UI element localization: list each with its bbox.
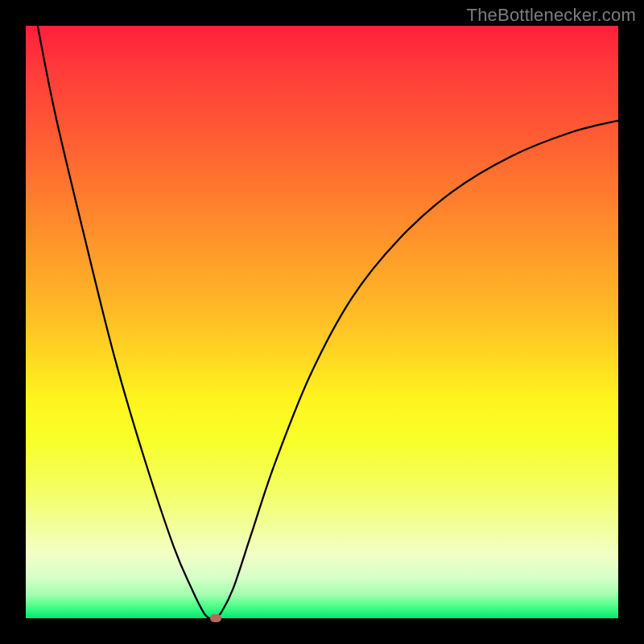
optimal-point-marker bbox=[210, 614, 221, 622]
chart-frame: TheBottlenecker.com bbox=[0, 0, 644, 644]
bottleneck-curve bbox=[26, 26, 618, 618]
plot-area bbox=[26, 26, 618, 618]
watermark-label: TheBottlenecker.com bbox=[467, 5, 636, 26]
